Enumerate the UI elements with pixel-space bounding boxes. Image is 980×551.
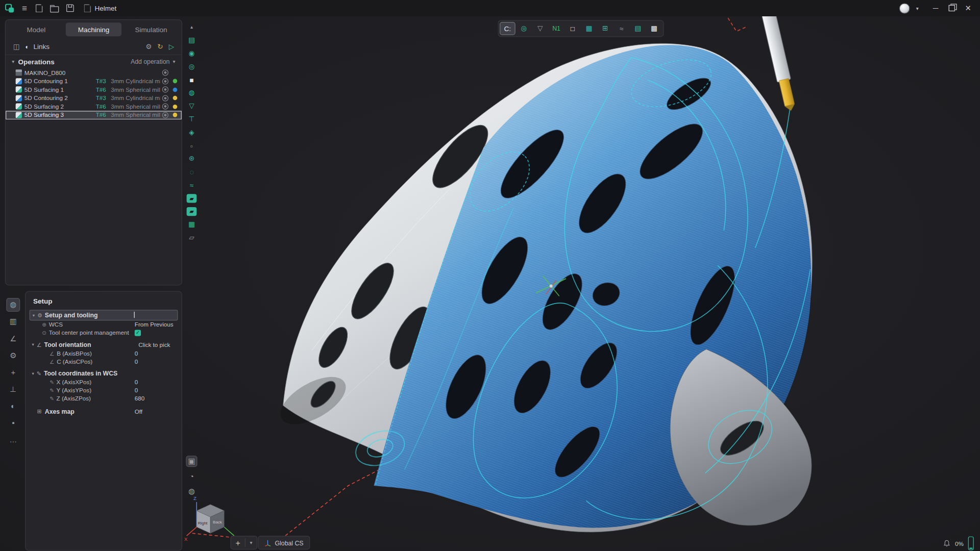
row-axis-c[interactable]: ∠ C (AxisCPos) 0: [26, 358, 181, 366]
section-tool-orientation[interactable]: ▾ ∠ Tool orientation Click to pick: [30, 340, 178, 349]
wcs-value[interactable]: From Previous: [135, 321, 174, 328]
links-settings-icon[interactable]: ⚙: [145, 42, 152, 51]
row-wcs[interactable]: ⊕ WCS From Previous: [26, 320, 181, 329]
machine-row[interactable]: MAKINO_D800: [6, 68, 182, 77]
filter-icon[interactable]: ▽: [185, 99, 198, 113]
move-icon[interactable]: +: [6, 365, 20, 379]
stock-icon[interactable]: ■: [185, 73, 198, 87]
operation-target-icon[interactable]: [162, 112, 168, 118]
document-tab[interactable]: Helmet: [84, 4, 117, 12]
chip-icon[interactable]: ▫: [185, 139, 198, 152]
axis-z-value[interactable]: 680: [135, 395, 144, 402]
operation-target-icon[interactable]: [162, 95, 168, 101]
main-menu-icon[interactable]: ≡: [22, 3, 27, 13]
more-icon[interactable]: …: [6, 433, 20, 447]
operation-target-icon[interactable]: [162, 78, 168, 84]
save-icon[interactable]: [66, 5, 74, 12]
operation-row[interactable]: 5D Surfacing 1 T#6 3mm Spherical mill: [6, 85, 182, 94]
filter-icon[interactable]: ▽: [532, 22, 548, 35]
machine-icon[interactable]: ▥: [6, 315, 20, 329]
coolant-icon[interactable]: ◎: [185, 60, 198, 73]
axis-y-value[interactable]: 0: [135, 387, 138, 393]
sim-card-a-icon[interactable]: ▰: [185, 191, 198, 205]
chevron-down-icon[interactable]: ▾: [32, 342, 34, 347]
table-icon[interactable]: ▩: [646, 22, 662, 35]
add-operation-button[interactable]: Add operation: [131, 58, 169, 65]
probe-icon[interactable]: ◎: [516, 22, 532, 35]
c-axis-button[interactable]: C:: [500, 22, 516, 35]
cs-dropdown-chevron-icon[interactable]: ▾: [246, 540, 257, 545]
wave-icon[interactable]: ≈: [614, 22, 629, 35]
global-cs-button[interactable]: Global CS: [258, 536, 309, 549]
world-cs-view-icon[interactable]: ◍: [186, 486, 197, 497]
blocks-icon[interactable]: ▦: [581, 22, 597, 35]
add-cs-button[interactable]: +: [231, 538, 245, 547]
close-button[interactable]: ✕: [960, 0, 976, 16]
tab-simulation[interactable]: Simulation: [123, 22, 179, 36]
chevron-down-icon[interactable]: ▾: [32, 371, 34, 376]
links-refresh-icon[interactable]: ↻: [157, 42, 163, 51]
user-menu-chevron-icon[interactable]: ▾: [916, 5, 919, 11]
links-run-icon[interactable]: ▷: [169, 42, 174, 51]
nc-block-button[interactable]: N1: [549, 22, 565, 35]
operation-row[interactable]: 5D Contouring 2 T#3 3mm Cylindrical mill: [6, 94, 182, 103]
operation-row-selected[interactable]: 5D Surfacing 3 T#6 3mm Spherical mill: [6, 111, 182, 119]
row-axis-b[interactable]: ∠ B (AxisBPos) 0: [26, 349, 181, 358]
axis-c-value[interactable]: 0: [135, 358, 138, 365]
tool-axis-icon[interactable]: ⊥: [6, 383, 20, 396]
operation-row[interactable]: 5D Contouring 1 T#3 3mm Cylindrical mill: [6, 77, 182, 86]
new-document-icon[interactable]: [36, 4, 42, 12]
operation-row[interactable]: 5D Surfacing 2 T#6 3mm Spherical mill: [6, 103, 182, 111]
protractor-icon[interactable]: ∠: [6, 332, 20, 345]
sim-card-b-icon[interactable]: ▰: [185, 205, 198, 218]
gear-icon[interactable]: ⚙: [6, 348, 20, 362]
fit-view-icon[interactable]: ▣: [186, 456, 197, 467]
panel-icon[interactable]: ▱: [185, 231, 198, 244]
operations-collapse-icon[interactable]: ▾: [12, 59, 14, 64]
world-icon[interactable]: ◐: [6, 399, 20, 413]
stock-icon[interactable]: ▪: [6, 416, 20, 430]
grid-icon[interactable]: ▦: [185, 218, 198, 231]
row-axes-map[interactable]: ⊞ Axes map Off: [26, 407, 181, 415]
minimize-button[interactable]: ─: [927, 0, 944, 16]
tcp-checkbox[interactable]: ✓: [135, 330, 141, 336]
axis-b-value[interactable]: 0: [135, 350, 138, 357]
axes-map-value[interactable]: Off: [135, 408, 142, 414]
operation-target-icon[interactable]: [162, 87, 168, 93]
restore-button[interactable]: [944, 0, 960, 16]
section-setup-and-tooling[interactable]: ▾ ⚙ Setup and tooling: [30, 310, 178, 320]
printer-icon[interactable]: ▤: [630, 22, 646, 35]
tab-model[interactable]: Model: [8, 22, 64, 36]
section-tool-coordinates[interactable]: ▾ ✎ Tool coordinates in WCS: [30, 369, 178, 378]
grid-plan-icon[interactable]: ⊞: [597, 22, 613, 35]
chevron-down-icon[interactable]: ▾: [33, 313, 35, 318]
tab-machining[interactable]: Machining: [65, 22, 121, 36]
machine-frame-icon[interactable]: ▤: [185, 34, 198, 47]
scroll-up-icon[interactable]: ▴: [185, 20, 198, 34]
viewcube-face-right[interactable]: Right: [198, 521, 208, 525]
row-tool-center-point[interactable]: ⊙ Tool center point management ✓: [26, 329, 181, 337]
fixture-icon[interactable]: ◍: [185, 86, 198, 99]
app-logo[interactable]: [5, 4, 14, 13]
row-axis-x[interactable]: ✎ X (AxisXPos) 0: [26, 378, 181, 386]
target-icon[interactable]: ◌: [185, 165, 198, 179]
row-axis-z[interactable]: ✎ Z (AxisZPos) 680: [26, 394, 181, 403]
operation-target-icon[interactable]: [162, 104, 168, 110]
viewcube-face-back[interactable]: Back: [213, 520, 222, 524]
orbit-view-icon[interactable]: ◔: [186, 471, 197, 482]
workpiece-setup-icon[interactable]: ◍: [6, 298, 20, 312]
axis-x-value[interactable]: 0: [135, 379, 138, 385]
open-folder-icon[interactable]: [50, 4, 59, 12]
gear-icon[interactable]: ⊛: [185, 152, 198, 165]
user-avatar[interactable]: [899, 3, 910, 14]
links-toggle[interactable]: ◐: [26, 43, 29, 49]
monitor-icon[interactable]: □: [565, 22, 581, 35]
spindle-icon[interactable]: ◉: [185, 47, 198, 60]
orientation-pick-value[interactable]: Click to pick: [138, 341, 170, 348]
wave-icon[interactable]: ≈: [185, 179, 198, 192]
holder-icon[interactable]: ◈: [185, 126, 198, 139]
add-operation-chevron-icon[interactable]: ▾: [173, 59, 176, 64]
row-axis-y[interactable]: ✎ Y (AxisYPos) 0: [26, 386, 181, 394]
probe-icon[interactable]: ⊤: [185, 113, 198, 126]
bell-icon[interactable]: [943, 540, 951, 547]
